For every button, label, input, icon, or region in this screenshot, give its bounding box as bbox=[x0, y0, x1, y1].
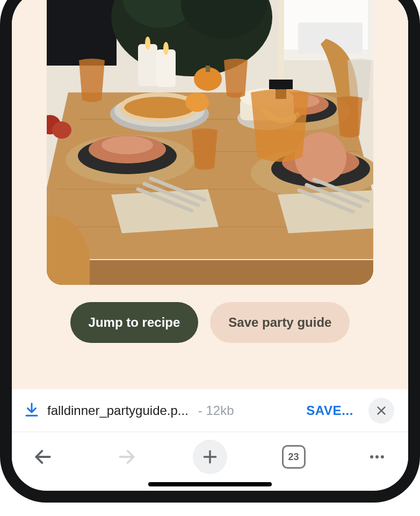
device-frame: Jump to recipe Save party guide falldinn… bbox=[0, 0, 420, 503]
svg-marker-9 bbox=[47, 260, 373, 285]
download-size: - 12kb bbox=[198, 403, 234, 418]
download-close-button[interactable] bbox=[368, 398, 394, 424]
action-buttons: Jump to recipe Save party guide bbox=[12, 302, 408, 343]
close-icon bbox=[375, 405, 387, 417]
plus-icon bbox=[201, 448, 219, 465]
page-content: Jump to recipe Save party guide bbox=[12, 0, 408, 389]
download-filename: falldinner_partyguide.p... bbox=[47, 403, 189, 418]
svg-point-64 bbox=[381, 455, 384, 458]
svg-point-37 bbox=[52, 121, 71, 139]
svg-marker-46 bbox=[111, 189, 219, 233]
browser-nav-bar: 23 bbox=[12, 432, 408, 482]
svg-rect-38 bbox=[138, 44, 157, 86]
jump-to-recipe-button[interactable]: Jump to recipe bbox=[70, 302, 199, 343]
nav-back-button[interactable] bbox=[26, 440, 60, 474]
download-save-button[interactable]: SAVE... bbox=[306, 403, 353, 418]
svg-rect-39 bbox=[156, 49, 176, 87]
svg-rect-44 bbox=[269, 80, 293, 89]
svg-rect-42 bbox=[278, 0, 284, 82]
svg-point-41 bbox=[163, 42, 169, 55]
svg-point-21 bbox=[102, 136, 153, 154]
svg-point-63 bbox=[375, 455, 379, 458]
table-scene-illustration bbox=[47, 0, 373, 285]
download-icon bbox=[24, 402, 40, 420]
hero-image[interactable] bbox=[47, 0, 373, 285]
download-bar: falldinner_partyguide.p... - 12kb SAVE..… bbox=[12, 389, 408, 432]
more-horizontal-icon bbox=[368, 448, 386, 466]
screen: Jump to recipe Save party guide falldinn… bbox=[12, 0, 408, 491]
tabs-count-badge: 23 bbox=[282, 445, 306, 469]
nav-new-tab-button[interactable] bbox=[193, 440, 227, 474]
home-indicator[interactable] bbox=[148, 482, 272, 486]
nav-forward-button[interactable] bbox=[110, 440, 144, 474]
svg-point-40 bbox=[145, 37, 150, 49]
svg-rect-4 bbox=[47, 0, 117, 66]
arrow-left-icon bbox=[33, 447, 53, 467]
nav-tabs-button[interactable]: 23 bbox=[277, 440, 311, 474]
svg-point-62 bbox=[370, 455, 373, 458]
save-party-guide-button[interactable]: Save party guide bbox=[210, 302, 350, 343]
svg-rect-34 bbox=[206, 66, 210, 72]
svg-point-35 bbox=[185, 92, 209, 112]
nav-overflow-menu-button[interactable] bbox=[360, 440, 394, 474]
arrow-right-icon bbox=[117, 447, 137, 467]
